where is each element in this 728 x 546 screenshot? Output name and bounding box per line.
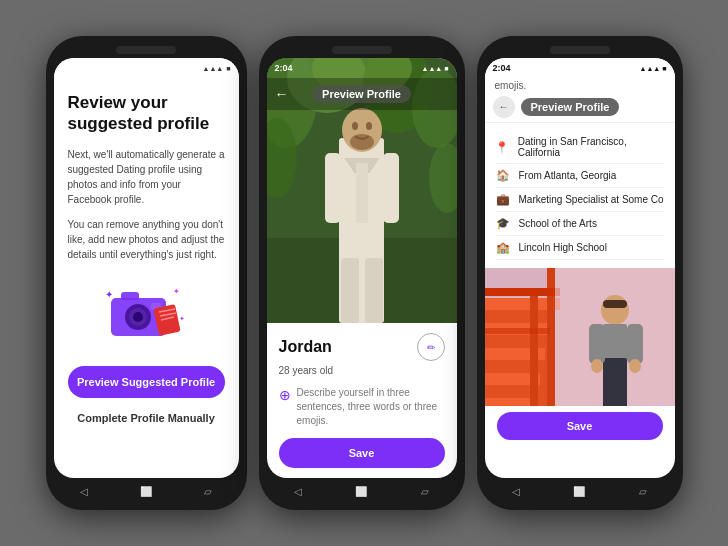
nav-back-button-2[interactable]: ◁ [291,484,305,498]
phone-3-battery: ■ [662,65,666,72]
phone-3-info-list: 📍 Dating in San Francisco, California 🏠 … [485,123,675,268]
svg-point-26 [350,134,374,150]
svg-rect-42 [485,288,560,296]
nav-back-button[interactable]: ◁ [77,484,91,498]
phone-1-status-bar: ▲▲▲ ■ [54,58,239,78]
list-item: 📍 Dating in San Francisco, California [495,131,665,164]
preview-suggested-profile-button[interactable]: Preview Suggested Profile [68,366,225,398]
svg-text:✦: ✦ [179,315,185,322]
phone-1-body1: Next, we'll automatically generate a sug… [68,147,225,207]
svg-point-51 [591,359,603,373]
svg-rect-46 [603,300,627,308]
phone-2-age: 28 years old [279,365,445,376]
phone-1-notch [116,46,176,54]
list-item: 🏫 Lincoln High School [495,236,665,260]
phone-2-bio-placeholder[interactable]: Describe yourself in three sentences, th… [297,386,445,428]
phone-3-bottom-bar: ◁ ⬜ ▱ [485,478,675,500]
location-icon: 📍 [495,141,510,154]
svg-text:✦: ✦ [105,289,113,300]
complete-profile-manually-button[interactable]: Complete Profile Manually [68,412,225,424]
phone-3-status-bar: 2:04 ▲▲▲ ■ [485,58,675,78]
phone-3-top-bar: ← Preview Profile [485,91,675,123]
svg-rect-30 [365,258,383,323]
phone-2-save-button[interactable]: Save [279,438,445,468]
phone-1-bottom-bar: ◁ ⬜ ▱ [54,478,239,500]
phone-1-battery: ■ [226,65,230,72]
svg-rect-29 [341,258,359,323]
list-item: 💼 Marketing Specialist at Some Co [495,188,665,212]
phone-3-notch [550,46,610,54]
list-item: 🏠 From Atlanta, Georgia [495,164,665,188]
phone-3-signal: ▲▲▲ [639,65,660,72]
phone-2-battery: ■ [444,65,448,72]
phone-2-info-section: Jordan ✏ 28 years old ⊕ Describe yoursel… [267,323,457,476]
nav-home-button-2[interactable]: ⬜ [354,484,368,498]
phone-3-save-button[interactable]: Save [497,412,663,440]
phone-1-title: Review your suggested profile [68,92,225,135]
high-school-icon: 🏫 [495,241,511,254]
edit-icon: ✏ [427,342,435,353]
phone-2-time: 2:04 [275,63,293,73]
nav-recents-button-3[interactable]: ▱ [636,484,650,498]
phone-3-photo: Save [485,268,675,446]
svg-rect-49 [589,324,605,364]
phone-2-preview-title: Preview Profile [312,85,411,103]
phone-2-signal: ▲▲▲ [421,65,442,72]
svg-text:✦: ✦ [173,287,180,296]
svg-point-45 [601,295,629,325]
phone-3-back-button[interactable]: ← [493,96,515,118]
phone-1-signal: ▲▲▲ [202,65,223,72]
work-icon: 💼 [495,193,511,206]
home-icon: 🏠 [495,169,511,182]
dating-location-text: Dating in San Francisco, California [518,136,665,158]
svg-rect-50 [627,324,643,364]
phone-3-status-icons: ▲▲▲ ■ [639,65,666,72]
phone-2-top-bar: ← Preview Profile [267,78,457,110]
job-text: Marketing Specialist at Some Co [519,194,664,205]
phone-1-body2: You can remove anything you don't like, … [68,217,225,262]
school-arts-text: School of the Arts [519,218,597,229]
svg-rect-31 [356,163,368,223]
svg-rect-43 [485,328,550,334]
phone-1: ▲▲▲ ■ Review your suggested profile Next… [46,36,247,510]
svg-rect-5 [121,292,139,300]
svg-rect-28 [383,153,399,223]
phone-2-back-button[interactable]: ← [275,86,289,102]
phone-2-bottom-bar: ◁ ⬜ ▱ [267,478,457,500]
add-bio-icon[interactable]: ⊕ [279,386,291,404]
phone-1-illustration: ✦ ✦ ✦ [68,276,225,346]
phone-2-status-icons: ▲▲▲ ■ [421,65,448,72]
phone-2-bio-row: ⊕ Describe yourself in three sentences, … [279,386,445,428]
phone-2-status-bar: 2:04 ▲▲▲ ■ [267,58,457,78]
phone-3-save-bar: Save [485,406,675,446]
school-icon: 🎓 [495,217,511,230]
phone-3: 2:04 ▲▲▲ ■ emojis. ← Preview Profile 📍 D… [477,36,683,510]
nav-recents-button[interactable]: ▱ [201,484,215,498]
phone-2-edit-button[interactable]: ✏ [417,333,445,361]
phone-3-emojis-label: emojis. [485,78,675,91]
high-school-text: Lincoln High School [519,242,607,253]
camera-illustration-icon: ✦ ✦ ✦ [101,276,191,346]
nav-home-button-3[interactable]: ⬜ [572,484,586,498]
phone-2: 2:04 ▲▲▲ ■ ← Preview Profile Jordan ✏ 28… [259,36,465,510]
nav-home-button[interactable]: ⬜ [139,484,153,498]
phone-2-name-row: Jordan ✏ [279,333,445,361]
nav-recents-button-2[interactable]: ▱ [418,484,432,498]
svg-point-52 [629,359,641,373]
phone-3-screen: 2:04 ▲▲▲ ■ emojis. ← Preview Profile 📍 D… [485,58,675,478]
phone-3-preview-title: Preview Profile [521,98,620,116]
phone-2-screen: 2:04 ▲▲▲ ■ ← Preview Profile Jordan ✏ 28… [267,58,457,478]
svg-rect-27 [325,153,341,223]
phone-1-screen: ▲▲▲ ■ Review your suggested profile Next… [54,58,239,478]
phone-1-content: Review your suggested profile Next, we'l… [54,78,239,438]
phone-3-time: 2:04 [493,63,511,73]
phone-2-notch [332,46,392,54]
back-arrow-icon: ← [499,101,509,112]
nav-back-button-3[interactable]: ◁ [509,484,523,498]
svg-point-24 [352,122,358,130]
hometown-text: From Atlanta, Georgia [519,170,617,181]
list-item: 🎓 School of the Arts [495,212,665,236]
phone-2-user-name: Jordan [279,338,332,356]
svg-point-25 [366,122,372,130]
svg-point-3 [133,312,143,322]
